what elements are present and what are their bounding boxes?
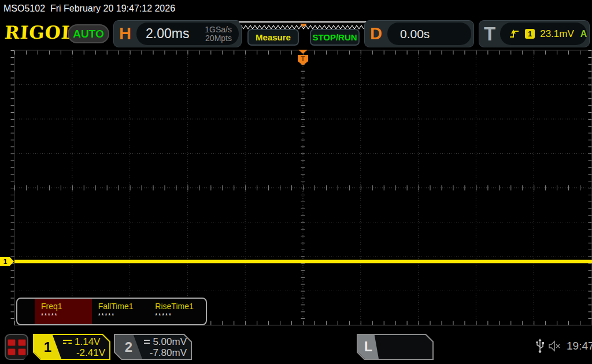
speaker-mute-icon — [548, 340, 563, 352]
quick-menu-button[interactable] — [5, 334, 28, 360]
grid-center-crosshair — [14, 50, 591, 325]
grid-icon — [8, 348, 16, 355]
waveform-display-area[interactable]: T 1 — [0, 49, 592, 328]
channel2-number-tab[interactable]: 2 — [115, 335, 142, 359]
timebase-display[interactable]: 2.00ms 1GSa/s 20Mpts — [136, 23, 239, 45]
status-bar-title: MSO5102 Fri February 20 19:47:12 2026 — [0, 0, 592, 17]
measurement-item-freq1[interactable]: Freq1 ***** — [35, 299, 92, 324]
rising-edge-icon — [509, 29, 520, 39]
channel1-offset: -2.41V — [63, 348, 105, 359]
channel1-number-tab[interactable]: 1 — [34, 335, 61, 359]
delay-value: 0.00s — [400, 27, 430, 41]
measurement-item-risetime1[interactable]: RiseTime1 ***** — [149, 299, 206, 324]
channel1-scale: 1.14V — [75, 336, 100, 348]
measurement-value: ***** — [41, 313, 92, 319]
channel1-status-box[interactable]: 1 1.14V -2.41V — [33, 334, 110, 360]
measurement-value: ***** — [155, 313, 206, 319]
logic-analyzer-tab[interactable]: L — [358, 335, 379, 359]
overview-position-marker[interactable] — [300, 24, 307, 27]
measurement-label: FallTime1 — [98, 302, 149, 311]
acquisition-info: 1GSa/s 20Mpts — [205, 25, 232, 43]
measure-button[interactable]: Measure — [247, 29, 299, 46]
stop-run-button[interactable]: STOP/RUN — [310, 29, 360, 46]
channel2-status-box[interactable]: 2 5.00mV -7.80mV — [114, 334, 192, 360]
delay-menu[interactable]: D 0.00s — [364, 20, 474, 47]
measurement-label: RiseTime1 — [155, 302, 206, 311]
delay-display[interactable]: 0.00s — [387, 23, 471, 45]
trigger-sweep-mode: A — [580, 29, 587, 39]
horizontal-label: H — [114, 24, 136, 43]
memory-depth: 20Mpts — [205, 34, 232, 43]
channel2-scale: 5.00mV — [153, 336, 187, 348]
trigger-status-badge: AUTO — [68, 24, 109, 43]
trigger-source-badge: 1 — [525, 29, 535, 39]
measurement-item-falltime1[interactable]: FallTime1 ***** — [92, 299, 149, 324]
digital-channels-row1: 0 1 2 3 4 5 6 7 — [381, 358, 430, 364]
logic-analyzer-status-box[interactable]: L 0 1 2 3 4 5 6 7 8 9 10 11 12 13 14 15 — [357, 334, 434, 360]
trigger-marker-letter: T — [301, 55, 305, 63]
channel2-offset: -7.80mV — [144, 348, 187, 359]
trigger-menu[interactable]: T 1 23.1mV A — [479, 20, 590, 47]
trigger-label: T — [479, 23, 500, 45]
horizontal-menu[interactable]: H 2.00ms 1GSa/s 20Mpts — [113, 20, 242, 47]
trigger-display[interactable]: 1 23.1mV A — [500, 23, 587, 45]
trigger-position-marker[interactable]: T — [298, 50, 308, 65]
sample-rate: 1GSa/s — [205, 25, 232, 34]
dc-coupling-icon — [144, 340, 150, 344]
delay-label: D — [365, 24, 387, 43]
usb-icon — [535, 339, 545, 354]
timebase-value: 2.00ms — [146, 26, 189, 42]
grid-icon — [18, 339, 26, 346]
measurement-value: ***** — [98, 313, 149, 319]
measurement-panel[interactable]: Freq1 ***** FallTime1 ***** RiseTime1 **… — [16, 298, 207, 325]
channel1-marker-number: 1 — [3, 258, 8, 266]
grid-icon — [8, 339, 16, 346]
rigol-logo: RIGOL — [4, 22, 75, 43]
grid-icon — [18, 348, 26, 355]
dc-coupling-icon — [63, 340, 72, 344]
trigger-level-value: 23.1mV — [540, 28, 574, 40]
measurement-label: Freq1 — [41, 302, 92, 311]
channel1-position-marker[interactable]: 1 — [0, 257, 14, 266]
system-clock: 19:47 — [567, 340, 592, 352]
